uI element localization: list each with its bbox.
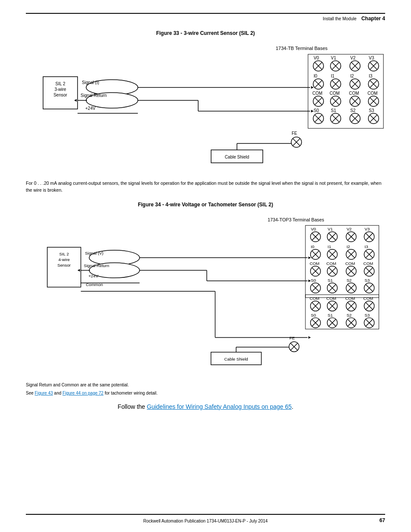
svg-text:S1: S1	[328, 312, 333, 317]
svg-text:V3: V3	[364, 226, 370, 231]
svg-text:V2: V2	[350, 56, 356, 60]
header-line	[26, 13, 385, 14]
svg-text:Sensor: Sensor	[53, 93, 67, 97]
svg-text:3-wire: 3-wire	[54, 87, 66, 92]
svg-text:SIL 2: SIL 2	[56, 81, 65, 86]
svg-text:COM: COM	[327, 261, 336, 265]
svg-text:V0: V0	[311, 226, 316, 231]
svg-text:+24V: +24V	[85, 106, 96, 111]
svg-text:S1: S1	[328, 277, 333, 282]
svg-text:V1: V1	[328, 226, 333, 231]
figure33-wires: 1734-TB Terminal Bases SIL 2 3-wire Sens…	[26, 42, 385, 176]
svg-text:Signal Return: Signal Return	[81, 93, 107, 98]
svg-text:S3: S3	[364, 312, 370, 317]
svg-text:S0: S0	[314, 108, 319, 113]
footer-pub: Rockwell Automation Publication 1734-UM0…	[0, 519, 411, 523]
svg-text:COM: COM	[345, 261, 355, 265]
svg-text:I1: I1	[331, 74, 335, 78]
svg-text:COM: COM	[327, 296, 336, 300]
svg-text:COM: COM	[367, 91, 377, 96]
svg-text:V1: V1	[331, 56, 336, 60]
svg-text:I1: I1	[328, 244, 331, 249]
svg-text:COM: COM	[312, 91, 322, 96]
svg-text:COM: COM	[363, 296, 373, 300]
page: Install the Module Chapter 4 Figure 33 -…	[0, 0, 411, 532]
svg-text:COM: COM	[349, 91, 359, 96]
svg-text:S0: S0	[311, 312, 316, 317]
figure44-link[interactable]: Figure 44 on page 72	[62, 391, 103, 395]
svg-text:S2: S2	[350, 108, 356, 113]
wiring-guidelines-link[interactable]: Guidelines for Wiring Safety Analog Inpu…	[147, 403, 292, 410]
svg-text:S0: S0	[311, 277, 316, 282]
follow-prefix: Follow the	[118, 403, 147, 410]
svg-text:S3: S3	[364, 277, 370, 282]
svg-text:I0: I0	[314, 74, 318, 78]
svg-text:S2: S2	[346, 277, 352, 282]
svg-text:Signal (V): Signal (V)	[85, 250, 103, 255]
svg-text:FE: FE	[292, 131, 297, 136]
svg-text:I2: I2	[346, 244, 350, 249]
signal-note1: Signal Return and Common are at the same…	[26, 382, 385, 388]
footer-line	[26, 514, 385, 515]
svg-text:I3: I3	[364, 244, 368, 249]
svg-text:Cable Shield: Cable Shield	[225, 155, 249, 159]
header-nav-text: Install the Module	[323, 16, 356, 21]
svg-marker-106	[308, 256, 311, 259]
svg-marker-115	[308, 336, 311, 339]
figure43-link[interactable]: Figure 43	[35, 391, 53, 395]
svg-text:COM: COM	[345, 296, 355, 300]
svg-text:V3: V3	[369, 56, 374, 60]
svg-text:Sensor: Sensor	[57, 262, 71, 267]
figure33-title: Figure 33 - 3-wire Current Sensor (SIL 2…	[26, 30, 385, 36]
svg-text:V0: V0	[314, 56, 319, 60]
figure33-diagram: 1734-TB Terminal Bases SIL 2 3-wire Sens…	[26, 42, 385, 176]
svg-text:4-wire: 4-wire	[58, 257, 70, 262]
svg-text:Signal Return: Signal Return	[84, 263, 109, 268]
svg-text:COM: COM	[310, 261, 320, 265]
figure34-diagram: 1734-TOP3 Terminal Bases SIL 2 4-wire Se…	[26, 214, 385, 377]
svg-text:S2: S2	[346, 312, 352, 317]
svg-text:+24V: +24V	[88, 274, 99, 278]
figure34-wires: 1734-TOP3 Terminal Bases SIL 2 4-wire Se…	[26, 214, 385, 377]
header-chapter: Chapter 4	[361, 16, 385, 22]
svg-text:FE: FE	[290, 336, 295, 340]
page-number: 67	[380, 517, 385, 523]
svg-text:V2: V2	[346, 226, 352, 231]
svg-text:Signal (I): Signal (I)	[82, 80, 99, 85]
svg-text:I3: I3	[369, 74, 373, 78]
svg-text:SIL 2: SIL 2	[59, 252, 68, 256]
svg-text:1734-TB Terminal Bases: 1734-TB Terminal Bases	[276, 46, 328, 51]
header-nav: Install the Module Chapter 4	[26, 16, 385, 22]
svg-text:S3: S3	[369, 108, 374, 113]
figure33-body-text: For 0 . . .20 mA analog current-output s…	[26, 180, 385, 194]
figure34-title: Figure 34 - 4-wire Voltage or Tachometer…	[26, 202, 385, 208]
svg-text:I2: I2	[350, 74, 354, 78]
svg-text:COM: COM	[363, 261, 373, 265]
svg-text:Cable Shield: Cable Shield	[224, 357, 248, 361]
follow-text: Follow the Guidelines for Wiring Safety …	[26, 403, 385, 410]
svg-text:1734-TOP3 Terminal Bases: 1734-TOP3 Terminal Bases	[268, 217, 324, 222]
signal-note2: See Figure 43 and Figure 44 on page 72 f…	[26, 390, 385, 396]
svg-text:I0: I0	[311, 244, 315, 249]
svg-marker-13	[311, 86, 314, 89]
svg-text:S1: S1	[331, 108, 336, 113]
svg-text:COM: COM	[330, 91, 339, 96]
svg-text:COM: COM	[310, 296, 320, 300]
follow-suffix: .	[292, 403, 293, 410]
